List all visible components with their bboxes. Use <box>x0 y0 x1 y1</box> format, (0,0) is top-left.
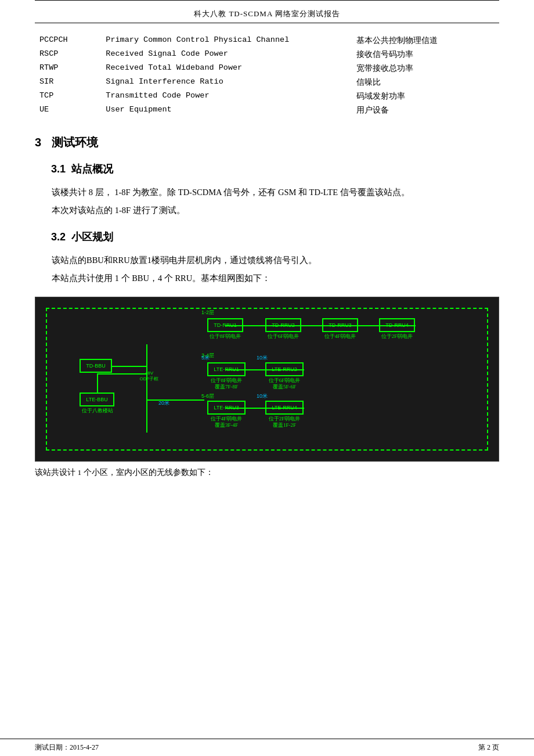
header-top-line <box>35 0 499 1</box>
td-bbu-box: TD-BBU <box>80 359 112 373</box>
abbr-english: Signal Interference Ratio <box>101 75 352 89</box>
diagram-caption: 该站共设计 1 个小区，室内小区的无线参数如下： <box>35 467 499 478</box>
abbr-english: Transmitted Code Power <box>101 89 352 103</box>
abbr-english: Primary Common Control Physical Channel <box>101 34 352 48</box>
section-31-heading: 3.1 站点概况 <box>51 162 499 176</box>
abbr-code: TCP <box>35 89 101 103</box>
td-rru4-label: 位于2F弱电井 <box>379 333 415 340</box>
abbr-row: RSCP Received Signal Code Power 接收信号码功率 <box>35 48 499 62</box>
section-32-heading: 3.2 小区规划 <box>51 230 499 244</box>
header-bottom-line <box>35 23 499 23</box>
dist-10m-1: 10米 <box>257 354 268 362</box>
section-32-para2: 本站点共计使用 1 个 BBU，4 个 RRU。基本组网图如下： <box>35 271 499 286</box>
abbr-chinese: 用户设备 <box>352 103 499 117</box>
lte-lower-rru-line <box>225 408 304 409</box>
footer-page: 第 2 页 <box>478 743 499 753</box>
abbr-english: User Equipment <box>101 103 352 117</box>
footer: 测试日期：2015-4-27 第 2 页 <box>0 739 534 756</box>
abbr-chinese: 信噪比 <box>352 75 499 89</box>
abbr-row: UE User Equipment 用户设备 <box>35 103 499 117</box>
lte-bbu-box: LTE-BBU <box>80 393 114 406</box>
abbr-row: PCCPCH Primary Common Control Physical C… <box>35 34 499 48</box>
td-rru1-label: 位于8F弱电井 <box>207 333 243 340</box>
odf-label: 48VODF子框 <box>135 370 164 382</box>
floor-label-56: 5-6层 <box>201 393 214 400</box>
lte-mid-line <box>225 369 304 370</box>
page: 科大八教 TD-SCDMA 网络室分测试报告 PCCPCH Primary Co… <box>0 0 534 756</box>
abbr-code: PCCPCH <box>35 34 101 48</box>
section-32-para1: 该站点的BBU和RRU放置1楼弱电井层机房内，通过馈线将信号引入。 <box>35 253 499 268</box>
abbr-row: TCP Transmitted Code Power 码域发射功率 <box>35 89 499 103</box>
abbr-row: SIR Signal Interference Ratio 信噪比 <box>35 75 499 89</box>
floor-label-top: 1-2层 <box>201 309 214 316</box>
abbreviation-table: PCCPCH Primary Common Control Physical C… <box>35 34 499 117</box>
dist-10m-2: 10米 <box>257 393 268 400</box>
network-diagram: 1-2层 TD-RRU1 位于8F弱电井 TD-RRU2 位于6F弱电井 TD-… <box>35 297 499 462</box>
abbr-code: SIR <box>35 75 101 89</box>
hline-lte-lower <box>146 399 204 401</box>
abbr-chinese: 接收信号码功率 <box>352 48 499 62</box>
abbr-chinese: 基本公共控制物理信道 <box>352 34 499 48</box>
lte-rru3-label: 位于4F弱电井覆盖3F-4F <box>206 416 247 429</box>
lte-rru4-label: 位于2F弱电井覆盖1F-2F <box>264 416 305 429</box>
dist-20m: 20米 <box>158 399 169 407</box>
abbr-row: RTWP Received Total Wideband Power 宽带接收总… <box>35 62 499 75</box>
footer-date: 测试日期：2015-4-27 <box>35 743 99 753</box>
dist-5m: 5米 <box>201 354 210 362</box>
lte-rru1-label: 位于8F弱电井覆盖7F-8F <box>206 377 247 391</box>
lte-bbu-label: 位于八教楼站 <box>77 408 118 415</box>
vline-lte-bbu <box>97 373 98 393</box>
rru-connect-line <box>225 325 416 326</box>
abbr-english: Received Signal Code Power <box>101 48 352 62</box>
abbr-chinese: 宽带接收总功率 <box>352 62 499 75</box>
diagram-inner: 1-2层 TD-RRU1 位于8F弱电井 TD-RRU2 位于6F弱电井 TD-… <box>45 307 489 452</box>
section-3-heading: 3 测试环境 <box>35 135 499 150</box>
header-title: 科大八教 TD-SCDMA 网络室分测试报告 <box>35 4 499 23</box>
abbr-chinese: 码域发射功率 <box>352 89 499 103</box>
hline-bbu <box>112 366 147 367</box>
section-31-para2: 本次对该站点的 1-8F 进行了测试。 <box>35 203 499 218</box>
td-rru2-label: 位于6F弱电井 <box>265 333 301 340</box>
section-31-para1: 该楼共计 8 层， 1-8F 为教室。除 TD-SCDMA 信号外，还有 GSM… <box>35 185 499 200</box>
hline-lte-bbu <box>97 373 146 375</box>
abbr-english: Received Total Wideband Power <box>101 62 352 75</box>
abbr-code: RSCP <box>35 48 101 62</box>
abbr-code: RTWP <box>35 62 101 75</box>
abbr-code: UE <box>35 103 101 117</box>
lte-rru2-label: 位于6F弱电井覆盖5F-6F <box>264 377 305 391</box>
td-rru3-label: 位于4F弱电井 <box>322 333 358 340</box>
